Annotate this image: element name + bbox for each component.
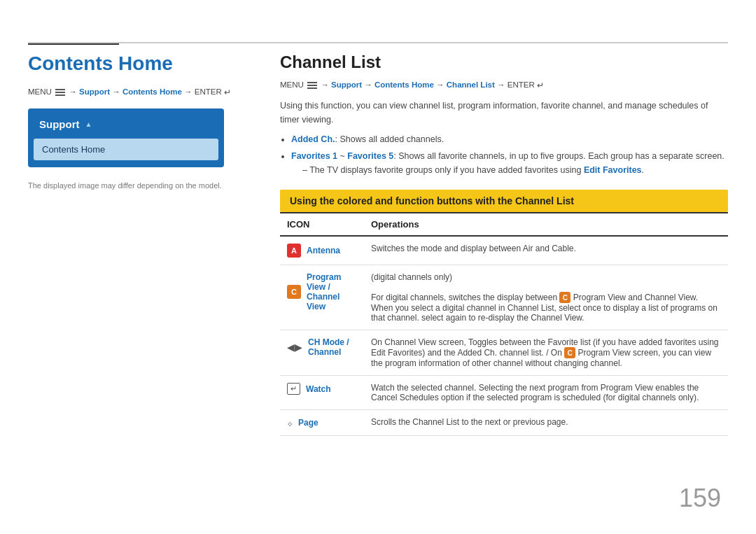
icon-cell-page: ⬦ Page [280, 410, 364, 436]
page-title: Contents Home [28, 52, 252, 75]
table-row: ↵ Watch Watch the selected channel. Sele… [280, 376, 728, 410]
icon-cell-chmode: ◀▶ CH Mode / Channel [280, 330, 364, 376]
antenna-icon-badge: A [287, 244, 301, 258]
chmode-label: CH Mode / Channel [308, 337, 357, 357]
enter-icon-right: ↵ [537, 80, 544, 90]
op-antenna: Switches the mode and display between Ai… [364, 236, 728, 265]
icon-label-page: ⬦ Page [287, 417, 357, 428]
antenna-label: Antenna [307, 246, 340, 255]
program-label: Program View / Channel View [307, 272, 357, 311]
left-menu-path: MENU → Support → Contents Home → ENTER ↵ [28, 87, 252, 97]
table-row: ⬦ Page Scrolls the Channel List to the n… [280, 410, 728, 436]
icon-cell-program: C Program View / Channel View [280, 265, 364, 330]
menu-icon-right [307, 82, 317, 89]
op-chmode: On Channel View screen, Toggles between … [364, 330, 728, 376]
page-label: Page [298, 418, 318, 428]
table-row: C Program View / Channel View (digital c… [280, 265, 728, 330]
support-label: Support [39, 118, 80, 130]
bullet-favorites: Favorites 1 ~ Favorites 5: Shows all fav… [291, 149, 728, 177]
sub-bullet-list: The TV displays favorite groups only if … [302, 163, 728, 177]
support-box: Support ▲ Contents Home [28, 108, 224, 167]
icon-label-program: C Program View / Channel View [287, 272, 357, 311]
top-line [28, 42, 728, 43]
icon-cell-watch: ↵ Watch [280, 376, 364, 410]
contents-home-menu-item[interactable]: Contents Home [34, 139, 218, 160]
right-menu-path: MENU → Support → Contents Home → Channel… [280, 80, 728, 90]
enter-icon-watch: ↵ [287, 383, 300, 395]
watch-label: Watch [306, 384, 331, 394]
page-number: 159 [679, 484, 721, 513]
channel-list-title: Channel List [280, 52, 728, 72]
channel-list-description: Using this function, you can view channe… [280, 99, 728, 127]
note-text: The displayed image may differ depending… [28, 181, 252, 190]
icon-label-chmode: ◀▶ CH Mode / Channel [287, 337, 357, 357]
inline-badge-c2: C [564, 347, 575, 358]
icon-label-antenna: A Antenna [287, 244, 357, 258]
icon-cell-antenna: A Antenna [280, 236, 364, 265]
support-header: Support ▲ [28, 108, 224, 137]
page-icon: ⬦ [287, 417, 293, 428]
col-icon: ICON [280, 213, 364, 236]
sub-bullet-item: The TV displays favorite groups only if … [302, 163, 728, 177]
right-panel: Channel List MENU → Support → Contents H… [280, 52, 728, 436]
icon-label-watch: ↵ Watch [287, 383, 357, 395]
table-row: A Antenna Switches the mode and display … [280, 236, 728, 265]
inline-badge-c: C [559, 292, 570, 303]
support-arrow-icon: ▲ [85, 120, 92, 128]
program-icon-badge: C [287, 285, 301, 299]
menu-label: MENU [28, 87, 54, 96]
left-panel: Contents Home MENU → Support → Contents … [28, 52, 252, 436]
op-program: (digital channels only) For digital chan… [364, 265, 728, 330]
section-highlight: Using the colored and function buttons w… [280, 190, 728, 212]
menu-icon [55, 89, 65, 96]
arrows-icon: ◀▶ [287, 342, 302, 353]
col-operations: Operations [364, 213, 728, 236]
operations-table: ICON Operations A Antenna Switches the m… [280, 212, 728, 436]
table-row: ◀▶ CH Mode / Channel On Channel View scr… [280, 330, 728, 376]
op-page: Scrolls the Channel List to the next or … [364, 410, 728, 436]
enter-icon-left: ↵ [224, 87, 231, 97]
feature-bullets: Added Ch.: Shows all added channels. Fav… [291, 132, 728, 177]
op-watch: Watch the selected channel. Selecting th… [364, 376, 728, 410]
bullet-added-ch: Added Ch.: Shows all added channels. [291, 132, 728, 146]
